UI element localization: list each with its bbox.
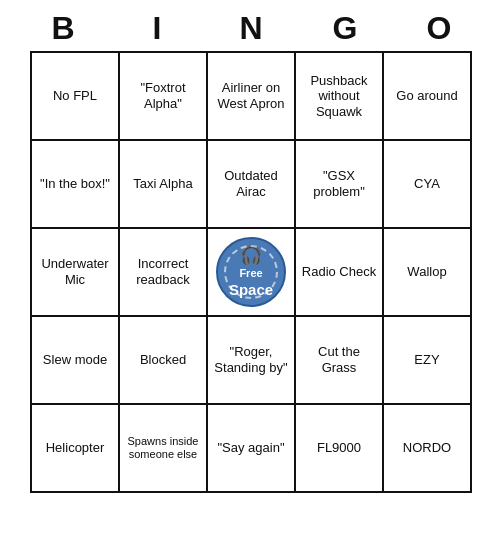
cell-text: Pushback without Squawk <box>300 73 378 120</box>
bingo-cell[interactable]: Blocked <box>120 317 208 405</box>
cell-text: Cut the Grass <box>300 344 378 375</box>
bingo-cell[interactable]: Incorrect readback <box>120 229 208 317</box>
letter-i: I <box>117 10 197 47</box>
letter-o: O <box>399 10 479 47</box>
cell-text: Incorrect readback <box>124 256 202 287</box>
cell-text: Underwater Mic <box>36 256 114 287</box>
cell-text: Blocked <box>140 352 186 368</box>
bingo-cell[interactable]: Go around <box>384 53 472 141</box>
bingo-cell[interactable]: CYA <box>384 141 472 229</box>
bingo-cell[interactable]: "Say again" <box>208 405 296 493</box>
cell-text: Go around <box>396 88 457 104</box>
cell-text: "Say again" <box>217 440 284 456</box>
bingo-cell[interactable]: EZY <box>384 317 472 405</box>
cell-text: "GSX problem" <box>300 168 378 199</box>
cell-text: Wallop <box>407 264 446 280</box>
headset-icon: 🎧 <box>240 245 262 267</box>
cell-text: "Foxtrot Alpha" <box>124 80 202 111</box>
cell-text: NORDO <box>403 440 451 456</box>
free-space-circle: 🎧 Free Space <box>216 237 286 307</box>
cell-text: Helicopter <box>46 440 105 456</box>
cell-text: Radio Check <box>302 264 376 280</box>
bingo-cell[interactable]: Taxi Alpha <box>120 141 208 229</box>
space-label: Space <box>229 281 273 299</box>
letter-b: B <box>23 10 103 47</box>
cell-text: FL9000 <box>317 440 361 456</box>
bingo-cell[interactable]: "Foxtrot Alpha" <box>120 53 208 141</box>
cell-text: Airliner on West Apron <box>212 80 290 111</box>
bingo-cell[interactable]: Airliner on West Apron <box>208 53 296 141</box>
bingo-cell[interactable]: No FPL <box>32 53 120 141</box>
bingo-cell[interactable]: Pushback without Squawk <box>296 53 384 141</box>
bingo-cell[interactable]: Slew mode <box>32 317 120 405</box>
letter-n: N <box>211 10 291 47</box>
bingo-cell[interactable]: NORDO <box>384 405 472 493</box>
bingo-cell[interactable]: Outdated Airac <box>208 141 296 229</box>
cell-text: "Roger, Standing by" <box>212 344 290 375</box>
bingo-cell[interactable]: Helicopter <box>32 405 120 493</box>
bingo-grid: No FPL"Foxtrot Alpha"Airliner on West Ap… <box>30 51 472 493</box>
cell-text: No FPL <box>53 88 97 104</box>
cell-text: "In the box!" <box>40 176 110 192</box>
bingo-cell[interactable]: "GSX problem" <box>296 141 384 229</box>
bingo-cell[interactable]: Cut the Grass <box>296 317 384 405</box>
cell-text: Outdated Airac <box>212 168 290 199</box>
bingo-cell[interactable]: "Roger, Standing by" <box>208 317 296 405</box>
bingo-cell[interactable]: Spawns inside someone else <box>120 405 208 493</box>
cell-text: Spawns inside someone else <box>124 435 202 461</box>
cell-text: EZY <box>414 352 439 368</box>
free-label: Free <box>239 267 262 280</box>
bingo-cell[interactable]: Radio Check <box>296 229 384 317</box>
bingo-cell[interactable]: Wallop <box>384 229 472 317</box>
bingo-cell[interactable]: Underwater Mic <box>32 229 120 317</box>
letter-g: G <box>305 10 385 47</box>
cell-text: CYA <box>414 176 440 192</box>
bingo-cell[interactable]: 🎧 Free Space <box>208 229 296 317</box>
cell-text: Taxi Alpha <box>133 176 192 192</box>
bingo-cell[interactable]: "In the box!" <box>32 141 120 229</box>
bingo-header: B I N G O <box>16 0 486 51</box>
bingo-cell[interactable]: FL9000 <box>296 405 384 493</box>
cell-text: Slew mode <box>43 352 107 368</box>
